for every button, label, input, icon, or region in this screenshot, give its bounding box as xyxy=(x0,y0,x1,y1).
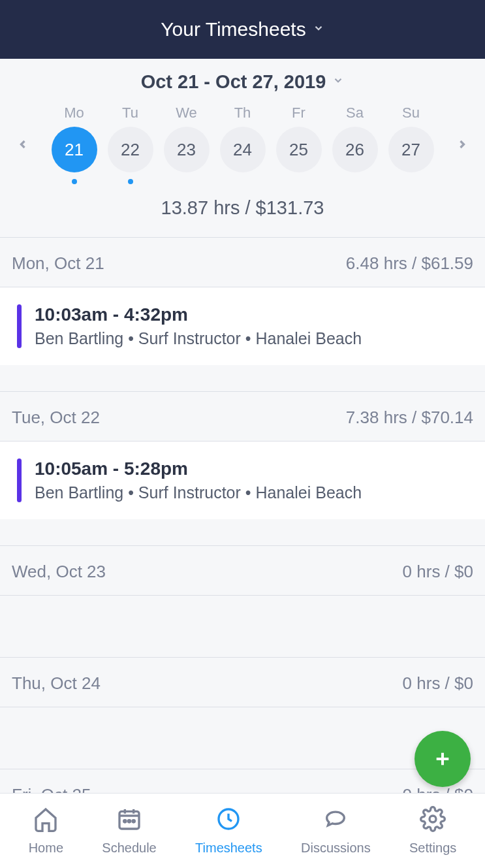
svg-point-6 xyxy=(124,820,126,822)
day-picker-th[interactable]: Th24 xyxy=(220,104,266,184)
day-label: Mon, Oct 21 xyxy=(12,253,104,274)
day-circle: 25 xyxy=(276,127,322,172)
timesheet-entry[interactable]: 10:05am - 5:28pmBen Bartling • Surf Inst… xyxy=(0,442,485,519)
day-picker-mo[interactable]: Mo21 xyxy=(52,104,97,184)
tab-home[interactable]: Home xyxy=(29,806,63,856)
day-header: Mon, Oct 216.48 hrs / $61.59 xyxy=(0,238,485,287)
day-abbr: We xyxy=(176,104,197,121)
day-circle: 21 xyxy=(52,127,97,172)
tab-label: Discussions xyxy=(301,841,371,856)
day-picker-su[interactable]: Su27 xyxy=(388,104,434,184)
day-picker-we[interactable]: We23 xyxy=(164,104,210,184)
next-week-button[interactable] xyxy=(446,135,478,153)
entry-detail: Ben Bartling • Surf Instructor • Hanalei… xyxy=(35,483,473,502)
day-picker-tu[interactable]: Tu22 xyxy=(108,104,153,184)
tab-label: Timesheets xyxy=(195,841,262,856)
tab-schedule[interactable]: Schedule xyxy=(102,806,156,856)
day-abbr: Su xyxy=(402,104,420,121)
gear-icon xyxy=(420,806,446,835)
svg-point-10 xyxy=(430,816,436,822)
calendar-icon xyxy=(116,806,142,835)
chat-icon xyxy=(322,806,349,835)
prev-week-button[interactable] xyxy=(7,135,39,153)
week-day-picker: Mo21Tu22We23Th24Fr25Sa26Su27 xyxy=(0,104,485,197)
day-picker-fr[interactable]: Fr25 xyxy=(276,104,322,184)
entry-color-bar xyxy=(17,458,22,502)
day-circle: 27 xyxy=(388,127,434,172)
tab-timesheets[interactable]: Timesheets xyxy=(195,806,262,856)
bottom-tab-bar: Home Schedule Timesheets Discussions Set… xyxy=(0,793,485,868)
day-abbr: Th xyxy=(234,104,251,121)
day-abbr: Fr xyxy=(292,104,305,121)
entry-detail: Ben Bartling • Surf Instructor • Hanalei… xyxy=(35,329,473,348)
home-icon xyxy=(33,806,59,835)
day-label: Tue, Oct 22 xyxy=(12,408,100,428)
svg-point-8 xyxy=(133,820,134,822)
day-total: 0 hrs / $0 xyxy=(403,673,473,694)
day-abbr: Mo xyxy=(64,104,84,121)
day-circle: 22 xyxy=(108,127,153,172)
day-header: Tue, Oct 227.38 hrs / $70.14 xyxy=(0,391,485,442)
tab-label: Settings xyxy=(409,841,456,856)
tab-label: Home xyxy=(29,841,63,856)
day-total: 0 hrs / $0 xyxy=(403,562,473,582)
page-title: Your Timesheets xyxy=(161,18,305,40)
chevron-down-icon xyxy=(332,74,344,89)
day-label: Fri, Oct 25 xyxy=(12,785,91,793)
day-circle: 26 xyxy=(332,127,378,172)
date-range-selector[interactable]: Oct 21 - Oct 27, 2019 xyxy=(0,59,485,104)
day-total: 6.48 hrs / $61.59 xyxy=(346,253,473,274)
day-picker-sa[interactable]: Sa26 xyxy=(332,104,378,184)
date-range-label: Oct 21 - Oct 27, 2019 xyxy=(141,71,326,93)
entry-time-range: 10:05am - 5:28pm xyxy=(35,458,473,479)
day-header: Fri, Oct 250 hrs / $0 xyxy=(0,769,485,793)
day-abbr: Sa xyxy=(346,104,364,121)
day-label: Thu, Oct 24 xyxy=(12,673,101,694)
clock-icon xyxy=(215,806,242,835)
svg-point-7 xyxy=(128,820,130,822)
tab-settings[interactable]: Settings xyxy=(409,806,456,856)
day-total: 7.38 hrs / $70.14 xyxy=(346,408,473,428)
day-circle: 24 xyxy=(220,127,266,172)
timesheet-entry[interactable]: 10:03am - 4:32pmBen Bartling • Surf Inst… xyxy=(0,287,485,365)
tab-label: Schedule xyxy=(102,841,156,856)
day-circle: 23 xyxy=(164,127,210,172)
page-header[interactable]: Your Timesheets xyxy=(0,0,485,59)
week-total-summary: 13.87 hrs / $131.73 xyxy=(0,197,485,238)
entry-color-bar xyxy=(17,304,22,348)
day-header: Wed, Oct 230 hrs / $0 xyxy=(0,545,485,596)
activity-dot-icon xyxy=(128,179,133,184)
day-header: Thu, Oct 240 hrs / $0 xyxy=(0,657,485,707)
entry-time-range: 10:03am - 4:32pm xyxy=(35,304,473,325)
add-entry-button[interactable] xyxy=(415,731,471,787)
day-abbr: Tu xyxy=(122,104,138,121)
timesheet-scroll[interactable]: Oct 21 - Oct 27, 2019 Mo21Tu22We23Th24Fr… xyxy=(0,59,485,793)
activity-dot-icon xyxy=(72,179,77,184)
day-label: Wed, Oct 23 xyxy=(12,562,106,582)
tab-discussions[interactable]: Discussions xyxy=(301,806,371,856)
chevron-down-icon xyxy=(313,22,324,37)
